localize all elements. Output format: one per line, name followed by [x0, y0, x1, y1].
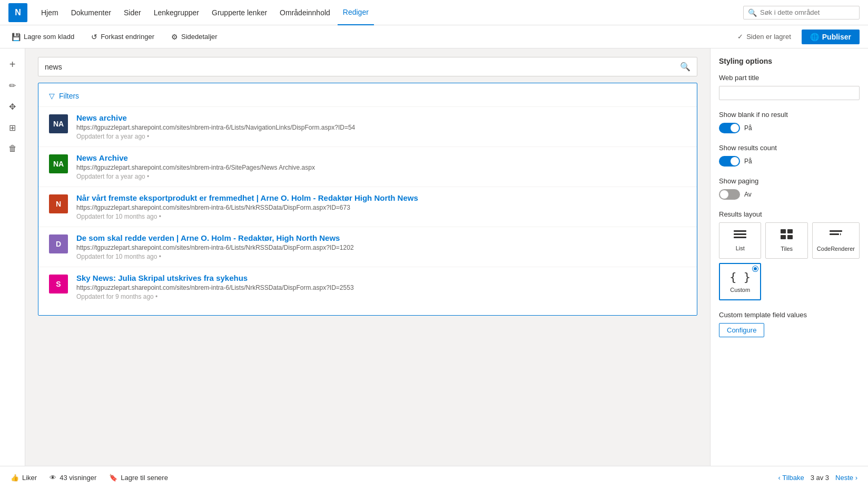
configure-button[interactable]: Configure: [719, 323, 764, 337]
result-content: Sky News: Julia Skripal utskrives fra sy…: [76, 273, 686, 300]
result-url: https://tgpuzzlepart.sharepoint.com/site…: [76, 124, 686, 131]
edit-icon[interactable]: ✏: [3, 76, 22, 95]
views-button[interactable]: 👁 43 visninger: [50, 474, 96, 482]
transform-icon[interactable]: ⊞: [3, 118, 22, 137]
result-title[interactable]: Når vårt fremste eksportprodukt er fremm…: [76, 193, 686, 202]
results-box: ▽ Filters NA News archive https://tgpuzz…: [38, 83, 697, 316]
nav-rediger[interactable]: Rediger: [338, 0, 374, 25]
svg-marker-9: [840, 233, 841, 236]
web-part-title-label: Web part title: [719, 74, 860, 82]
show-results-section: Show results count På: [719, 144, 860, 167]
search-bar[interactable]: 🔍: [38, 57, 697, 76]
result-title[interactable]: Sky News: Julia Skripal utskrives fra sy…: [76, 273, 686, 282]
next-link[interactable]: Neste ›: [835, 474, 857, 482]
filters-bar[interactable]: ▽ Filters: [38, 92, 697, 106]
layout-tiles-label: Tiles: [781, 246, 793, 252]
result-title[interactable]: De som skal redde verden | Arne O. Holm …: [76, 233, 686, 242]
toolbar: 💾 Lagre som kladd ↺ Forkast endringer ⚙ …: [0, 25, 868, 48]
result-meta: Oppdatert for 9 months ago •: [76, 293, 686, 300]
show-paging-toggle[interactable]: [719, 189, 740, 200]
nav-sider[interactable]: Sider: [119, 0, 146, 25]
show-paging-section: Show paging Av: [719, 177, 860, 200]
content-area: 🔍 ▽ Filters NA News archive https://tgpu…: [25, 48, 710, 466]
svg-rect-4: [787, 229, 793, 233]
layout-tiles[interactable]: Tiles: [765, 222, 807, 259]
page-details-button[interactable]: ⚙ Sidedetaljer: [168, 31, 221, 43]
show-results-toggle[interactable]: [719, 156, 740, 167]
avatar: N: [49, 194, 68, 213]
layout-list-label: List: [736, 245, 745, 251]
list-icon: [734, 229, 746, 242]
like-icon: 👍: [11, 474, 19, 482]
result-meta: Oppdatert for a year ago •: [76, 173, 686, 180]
top-search-input[interactable]: [760, 8, 855, 16]
result-title[interactable]: News Archive: [76, 153, 686, 162]
save-draft-button[interactable]: 💾 Lagre som kladd: [8, 31, 77, 43]
save-draft-icon: 💾: [12, 33, 21, 41]
svg-rect-7: [830, 230, 842, 232]
layout-custom[interactable]: { } Custom: [719, 263, 761, 300]
show-results-label: Show results count: [719, 144, 860, 152]
publish-icon: 🌐: [810, 33, 819, 41]
web-part-title-section: Web part title: [719, 74, 860, 100]
result-content: News archive https://tgpuzzlepart.sharep…: [76, 113, 686, 140]
settings-icon: ⚙: [171, 33, 178, 41]
right-panel: Styling options Web part title Show blan…: [710, 48, 868, 466]
avatar: NA: [49, 114, 68, 133]
results-layout-label: Results layout: [719, 210, 860, 218]
publish-button[interactable]: 🌐 Publiser: [802, 30, 860, 44]
discard-button[interactable]: ↺ Forkast endringer: [88, 31, 157, 43]
show-blank-toggle[interactable]: [719, 123, 740, 133]
discard-icon: ↺: [91, 33, 97, 41]
add-webpart-icon[interactable]: +: [3, 55, 22, 74]
result-content: News Archive https://tgpuzzlepart.sharep…: [76, 153, 686, 180]
delete-icon[interactable]: 🗑: [3, 139, 22, 158]
show-blank-toggle-row: På: [719, 123, 860, 133]
custom-template-section: Custom template field values Configure: [719, 311, 860, 337]
main-layout: + ✏ ✥ ⊞ 🗑 🔍 ▽ Filters NA News archive ht…: [0, 48, 868, 466]
show-results-toggle-row: På: [719, 156, 860, 167]
nav-dokumenter[interactable]: Dokumenter: [66, 0, 116, 25]
search-input[interactable]: [45, 63, 676, 71]
layout-list[interactable]: List: [719, 222, 761, 259]
top-nav: N Hjem Dokumenter Sider Lenkegrupper Gru…: [0, 0, 868, 25]
layout-coderenderer-label: CodeRenderer: [817, 246, 855, 252]
back-link[interactable]: ‹ Tilbake: [778, 474, 804, 482]
check-icon: ✓: [737, 33, 743, 41]
web-part-title-input[interactable]: [719, 86, 860, 100]
nav-hjem[interactable]: Hjem: [36, 0, 64, 25]
show-blank-label: Show blank if no result: [719, 111, 860, 119]
page-count: 3 av 3: [811, 474, 829, 482]
layout-custom-label: Custom: [730, 287, 750, 293]
coderenderer-icon: [830, 229, 842, 242]
result-url: https://tgpuzzlepart.sharepoint.com/site…: [76, 164, 686, 171]
svg-rect-3: [781, 229, 786, 233]
top-search[interactable]: 🔍: [743, 6, 860, 19]
site-logo: N: [8, 3, 27, 22]
save-later-button[interactable]: 🔖 Lagre til senere: [109, 474, 168, 482]
tiles-icon: [781, 229, 793, 242]
svg-rect-6: [787, 235, 793, 239]
show-results-toggle-label: På: [744, 158, 752, 165]
svg-rect-0: [734, 230, 746, 232]
nav-lenkegrupper[interactable]: Lenkegrupper: [149, 0, 204, 25]
result-meta: Oppdatert for 10 months ago •: [76, 213, 686, 220]
result-url: https://tgpuzzlepart.sharepoint.com/site…: [76, 244, 686, 251]
nav-links: Hjem Dokumenter Sider Lenkegrupper Grupp…: [36, 0, 743, 25]
svg-rect-8: [830, 233, 839, 235]
result-meta: Oppdatert for a year ago •: [76, 133, 686, 140]
nav-omradeinnhold[interactable]: Områdeinnhold: [274, 0, 336, 25]
move-icon[interactable]: ✥: [3, 97, 22, 116]
like-button[interactable]: 👍 Liker: [11, 474, 37, 482]
avatar: S: [49, 275, 68, 294]
custom-template-label: Custom template field values: [719, 311, 860, 319]
svg-rect-5: [781, 235, 786, 239]
nav-grupperte[interactable]: Grupperte lenker: [206, 0, 272, 25]
result-title[interactable]: News archive: [76, 113, 686, 122]
search-submit-icon[interactable]: 🔍: [680, 62, 691, 72]
layout-coderenderer[interactable]: CodeRenderer: [812, 222, 860, 259]
svg-rect-2: [734, 237, 746, 238]
result-content: De som skal redde verden | Arne O. Holm …: [76, 233, 686, 260]
toolbar-status: ✓ Siden er lagret: [737, 33, 791, 41]
filter-icon: ▽: [49, 92, 55, 100]
